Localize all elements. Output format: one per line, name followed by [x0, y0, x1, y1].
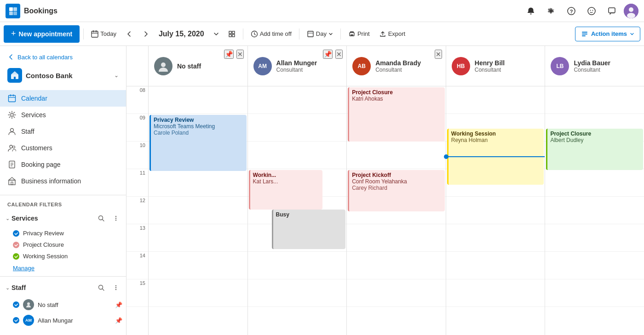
time-gutter-header [126, 46, 149, 86]
allan-pin-button[interactable]: 📌 [323, 50, 333, 59]
svg-rect-43 [9, 180, 15, 185]
sidebar-item-booking-page-label: Booking page [21, 161, 61, 168]
services-search-button[interactable] [95, 212, 108, 225]
staff-col-henry: HB Henry Bill Consultant [446, 46, 546, 86]
svg-point-49 [115, 218, 116, 219]
staff-col-allan: AM Allan Munger Consultant 📌 ✕ [248, 46, 347, 86]
event-working-session-allan[interactable]: Workin... Kat Lars... [249, 170, 323, 210]
svg-point-53 [115, 285, 116, 286]
grid-col-amanda[interactable]: Project Closure Katri Ahokas Project Kic… [347, 86, 446, 335]
grid-slot-amanda-10 [347, 142, 446, 169]
svg-point-56 [27, 302, 30, 305]
sidebar-item-customers[interactable]: Customers [0, 140, 126, 156]
henry-header-avatar: HB [452, 57, 470, 75]
no-staff-close-button[interactable]: ✕ [236, 50, 244, 59]
grid-slot-nostaff-11 [149, 169, 247, 197]
grid-slot-lydia-15 [545, 279, 644, 307]
filter-item-project-closure[interactable]: Project Closure [0, 239, 126, 250]
sidebar-item-business-info-label: Business information [21, 177, 81, 185]
staff-more-button[interactable] [109, 281, 122, 294]
separator-1 [83, 28, 84, 40]
date-dropdown-button[interactable] [210, 27, 223, 41]
expand-button[interactable] [224, 27, 239, 41]
svg-point-11 [629, 7, 633, 12]
sidebar-item-staff[interactable]: Staff [0, 123, 126, 140]
export-button[interactable]: Export [375, 27, 409, 41]
chat-button[interactable] [604, 3, 620, 19]
time-slot-13: 13 [126, 224, 148, 252]
action-items-label: Action items [591, 30, 627, 37]
day-view-button[interactable]: Day [303, 27, 337, 41]
working-session-label: Working Session [23, 253, 122, 260]
sidebar-item-booking-page[interactable]: Booking page [0, 156, 126, 173]
add-time-off-button[interactable]: Add time off [247, 27, 295, 41]
svg-rect-27 [582, 35, 586, 36]
staff-chevron-icon: ⌄ [6, 285, 10, 291]
amanda-close-button[interactable]: ✕ [435, 50, 442, 59]
services-filter-label: Services [12, 215, 95, 222]
event-project-closure-lydia[interactable]: Project Closure Albert Dudley [546, 129, 643, 170]
separator-3 [299, 28, 299, 40]
filter-staff-no-staff[interactable]: No staff 📌 [0, 297, 126, 312]
privacy-review-label: Privacy Review [23, 230, 122, 237]
grid-col-henry[interactable]: Working Session Reyna Holman [446, 86, 546, 335]
grid-slot-allan-10 [248, 142, 347, 169]
filter-item-privacy-review[interactable]: Privacy Review [0, 227, 126, 239]
allan-close-button[interactable]: ✕ [335, 50, 343, 59]
print-icon [348, 30, 356, 38]
next-date-button[interactable] [138, 27, 153, 41]
print-button[interactable]: Print [345, 27, 374, 41]
event-project-kickoff-amanda[interactable]: Project Kickoff Conf Room Yelahanka Care… [348, 170, 445, 211]
sidebar-item-services[interactable]: Services [0, 107, 126, 123]
grid-col-no-staff[interactable]: Privacy Review Microsoft Teams Meeting C… [149, 86, 248, 335]
event-busy-allan[interactable]: Busy [272, 210, 346, 249]
grid-col-allan[interactable]: Workin... Kat Lars... Busy [248, 86, 347, 335]
day-label: Day [316, 30, 327, 37]
back-icon [7, 53, 15, 61]
user-avatar[interactable] [624, 4, 638, 18]
amanda-header-role: Consultant [375, 67, 421, 73]
time-slot-11: 11 [126, 169, 148, 197]
svg-text:?: ? [570, 8, 573, 14]
new-appointment-button[interactable]: + New appointment [4, 25, 80, 43]
event-project-closure-amanda[interactable]: Project Closure Katri Ahokas [348, 87, 445, 142]
notifications-button[interactable] [523, 3, 539, 19]
event-privacy-review-title: Privacy Review [154, 117, 244, 123]
action-items-button[interactable]: Action items [575, 27, 640, 41]
sidebar-item-calendar[interactable]: Calendar [0, 90, 126, 107]
org-chevron-icon[interactable]: ⌄ [114, 72, 119, 79]
sidebar-nav: Calendar Services Staff Customers [0, 86, 126, 193]
prev-date-button[interactable] [122, 27, 137, 41]
event-privacy-review[interactable]: Privacy Review Microsoft Teams Meeting C… [150, 115, 247, 171]
sidebar-item-services-label: Services [21, 111, 46, 119]
back-to-calendars[interactable]: Back to all calendars [0, 50, 126, 64]
manage-services-link[interactable]: Manage [0, 262, 126, 274]
sidebar-item-business-info[interactable]: Business information [0, 173, 126, 189]
app-logo: Bookings [6, 4, 58, 18]
grid-slot-lydia-11 [545, 169, 644, 197]
svg-rect-19 [232, 34, 235, 37]
event-project-kickoff-amanda-subtitle: Conf Room Yelahanka [352, 178, 442, 185]
settings-button[interactable] [543, 3, 559, 19]
staff-nav-icon [7, 127, 17, 136]
help-button[interactable]: ? [563, 3, 580, 19]
svg-rect-31 [9, 96, 16, 102]
staff-search-button[interactable] [95, 281, 108, 294]
booking-page-nav-icon [7, 160, 17, 169]
current-date[interactable]: July 15, 2020 [155, 30, 208, 38]
no-staff-pin-button[interactable]: 📌 [224, 50, 234, 59]
today-button[interactable]: Today [87, 27, 120, 41]
services-more-button[interactable] [109, 212, 122, 225]
filter-item-working-session[interactable]: Working Session [0, 250, 126, 262]
henry-header-name: Henry Bill [475, 59, 505, 67]
staff-filter-header[interactable]: ⌄ Staff [0, 278, 126, 297]
grid-slot-henry-14 [446, 252, 545, 279]
allan-header-name: Allan Munger [276, 59, 317, 67]
grid-col-lydia[interactable]: Project Closure Albert Dudley [545, 86, 644, 335]
sidebar-item-customers-label: Customers [21, 144, 52, 152]
emoji-button[interactable] [583, 3, 600, 19]
services-filter-header[interactable]: ⌄ Services [0, 209, 126, 227]
filter-staff-allan[interactable]: AM Allan Mungar 📌 [0, 312, 126, 328]
calendar-header-row: No staff 📌 ✕ AM Allan Munger Consultant … [126, 46, 644, 86]
services-filter-group: ⌄ Services Privacy Review [0, 209, 126, 274]
